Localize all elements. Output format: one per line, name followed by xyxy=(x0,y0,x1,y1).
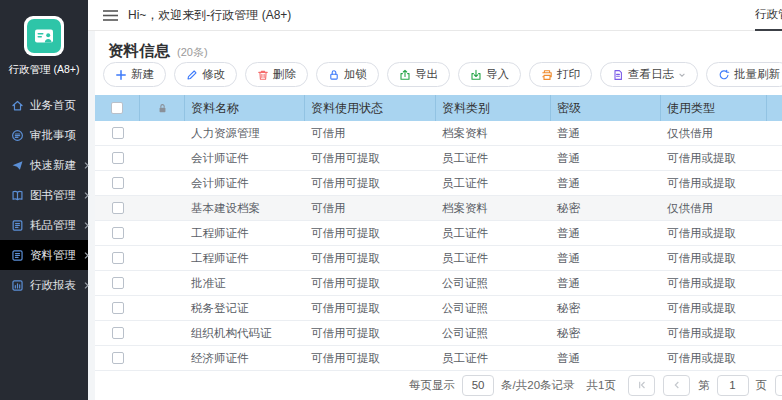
table-row[interactable]: 会计师证件 可借用可提取 员工证件 普通 可借用或提取 xyxy=(95,171,782,196)
edit-icon xyxy=(186,69,198,81)
cell-use-type: 可借用或提取 xyxy=(661,226,767,241)
col-header-use-type[interactable]: 使用类型 xyxy=(661,95,767,121)
cell-category: 公司证照 xyxy=(436,276,551,291)
page-number-input[interactable] xyxy=(717,375,749,396)
hamburger-menu-icon[interactable] xyxy=(103,9,118,22)
book-icon xyxy=(11,189,24,202)
cell-use-type: 仅供借用 xyxy=(661,126,767,141)
cell-name: 税务登记证 xyxy=(185,301,305,316)
prev-page-button[interactable] xyxy=(663,375,690,396)
cell-name: 会计师证件 xyxy=(185,151,305,166)
toolbar-button-7[interactable]: 查看日志 xyxy=(600,62,698,87)
page-suffix-label: 页 xyxy=(756,378,768,393)
cell-status: 可借用可提取 xyxy=(305,351,436,366)
sidebar-item-5[interactable]: 资料管理 xyxy=(0,240,88,270)
sidebar-item-1[interactable]: 审批事项 xyxy=(0,120,88,150)
row-checkbox[interactable] xyxy=(112,177,124,189)
toolbar-button-0[interactable]: 新建 xyxy=(103,62,166,87)
cell-status: 可借用 xyxy=(305,201,436,216)
table-row[interactable]: 经济师证件 可借用可提取 员工证件 普通 可借用或提取 xyxy=(95,346,782,371)
cell-use-type: 可借用或提取 xyxy=(661,301,767,316)
home-icon xyxy=(11,99,24,112)
sidebar-item-3[interactable]: 图书管理 xyxy=(0,180,88,210)
cell-use-type: 可借用或提取 xyxy=(661,151,767,166)
app-logo[interactable] xyxy=(24,16,64,56)
first-page-button[interactable] xyxy=(628,375,655,396)
table-row[interactable]: 工程师证件 可借用可提取 员工证件 普通 可借用或提取 xyxy=(95,246,782,271)
export-icon xyxy=(399,69,411,81)
toolbar-button-5[interactable]: 导入 xyxy=(458,62,521,87)
row-checkbox[interactable] xyxy=(112,327,124,339)
toolbar-button-label: 查看日志 xyxy=(628,67,674,82)
cell-status: 可借用 xyxy=(305,126,436,141)
table-row[interactable]: 会计师证件 可借用可提取 员工证件 普通 可借用或提取 xyxy=(95,146,782,171)
cell-secrecy: 普通 xyxy=(551,226,661,241)
toolbar-button-6[interactable]: 打印 xyxy=(529,62,592,87)
sidebar-item-2[interactable]: 快速新建 xyxy=(0,150,88,180)
tab-admin-management[interactable]: 行政管理 xyxy=(755,0,782,31)
col-header-name[interactable]: 资料名称 xyxy=(185,95,305,121)
cell-name: 基本建设档案 xyxy=(185,201,305,216)
cell-use-type: 可借用或提取 xyxy=(661,351,767,366)
cell-category: 员工证件 xyxy=(436,176,551,191)
table-row[interactable]: 工程师证件 可借用可提取 员工证件 普通 可借用或提取 xyxy=(95,221,782,246)
toolbar-button-label: 导入 xyxy=(486,67,509,82)
lock-icon xyxy=(328,69,340,81)
cell-secrecy: 普通 xyxy=(551,176,661,191)
sidebar-item-0[interactable]: 业务首页 xyxy=(0,90,88,120)
cell-category: 员工证件 xyxy=(436,226,551,241)
row-checkbox[interactable] xyxy=(112,152,124,164)
col-header-category[interactable]: 资料类别 xyxy=(436,95,551,121)
cell-name: 工程师证件 xyxy=(185,251,305,266)
data-table: 资料名称 资料使用状态 资料类别 密级 使用类型 人力资源管理 可借用 档案资料… xyxy=(95,95,782,371)
row-checkbox[interactable] xyxy=(112,227,124,239)
cell-name: 组织机构代码证 xyxy=(185,326,305,341)
total-pages-label: 共1页 xyxy=(587,378,616,393)
page-title: 资料信息 xyxy=(108,41,170,62)
col-header-secrecy[interactable]: 密级 xyxy=(551,95,661,121)
cell-secrecy: 普通 xyxy=(551,151,661,166)
toolbar: 新建 修改 删除 加锁 导出 导入 打印 查看日志 xyxy=(103,62,782,87)
cell-status: 可借用可提取 xyxy=(305,251,436,266)
row-checkbox[interactable] xyxy=(112,277,124,289)
cell-category: 公司证照 xyxy=(436,326,551,341)
row-checkbox[interactable] xyxy=(112,302,124,314)
row-checkbox[interactable] xyxy=(112,202,124,214)
cell-status: 可借用可提取 xyxy=(305,276,436,291)
sidebar-item-label: 快速新建 xyxy=(30,158,76,173)
trash-icon xyxy=(257,69,269,81)
cell-secrecy: 秘密 xyxy=(551,301,661,316)
lock-column-icon xyxy=(157,103,168,114)
toolbar-button-1[interactable]: 修改 xyxy=(174,62,237,87)
toolbar-button-8[interactable]: 批量刷新 xyxy=(706,62,782,87)
sidebar-item-6[interactable]: 行政报表 xyxy=(0,270,88,300)
cell-secrecy: 秘密 xyxy=(551,201,661,216)
report-icon xyxy=(11,279,24,292)
toolbar-button-label: 修改 xyxy=(202,67,225,82)
cell-name: 经济师证件 xyxy=(185,351,305,366)
sidebar-item-label: 行政报表 xyxy=(30,278,76,293)
row-checkbox[interactable] xyxy=(112,252,124,264)
topbar: Hi~，欢迎来到-行政管理 (A8+) 行政管理 xyxy=(88,0,782,31)
plus-icon xyxy=(115,69,127,81)
col-header-status[interactable]: 资料使用状态 xyxy=(305,95,436,121)
toolbar-button-3[interactable]: 加锁 xyxy=(316,62,379,87)
select-all-checkbox[interactable] xyxy=(111,102,123,114)
sidebar-item-label: 耗品管理 xyxy=(30,218,76,233)
sidebar-item-4[interactable]: 耗品管理 xyxy=(0,210,88,240)
table-row[interactable]: 人力资源管理 可借用 档案资料 普通 仅供借用 xyxy=(95,121,782,146)
toolbar-button-4[interactable]: 导出 xyxy=(387,62,450,87)
table-row[interactable]: 批准证 可借用可提取 公司证照 普通 可借用或提取 xyxy=(95,271,782,296)
per-page-input[interactable] xyxy=(462,375,494,396)
quick-create-icon xyxy=(11,159,24,172)
per-page-label: 每页显示 xyxy=(409,378,455,393)
next-page-button[interactable] xyxy=(775,375,782,396)
table-row[interactable]: 基本建设档案 可借用 档案资料 秘密 仅供借用 xyxy=(95,196,782,221)
row-checkbox[interactable] xyxy=(112,127,124,139)
row-checkbox[interactable] xyxy=(112,352,124,364)
toolbar-button-2[interactable]: 删除 xyxy=(245,62,308,87)
cell-name: 会计师证件 xyxy=(185,176,305,191)
table-row[interactable]: 组织机构代码证 可借用可提取 公司证照 秘密 可借用或提取 xyxy=(95,321,782,346)
table-row[interactable]: 税务登记证 可借用可提取 公司证照 秘密 可借用或提取 xyxy=(95,296,782,321)
cell-use-type: 可借用或提取 xyxy=(661,276,767,291)
